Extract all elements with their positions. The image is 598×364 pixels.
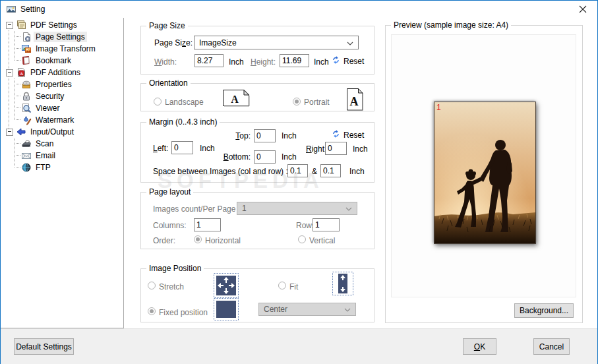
tree-item-ftp[interactable]: FTP [1, 162, 123, 173]
page-size-value: ImageSize [199, 38, 347, 47]
tree-connector [15, 96, 20, 97]
lock-icon [21, 91, 32, 102]
images-icon [21, 44, 32, 54]
reset-icon [331, 55, 341, 67]
margin-right-unit: Inch [353, 144, 368, 154]
watermark-pen-icon [21, 115, 32, 125]
title-bar: Setting [1, 1, 597, 18]
tree-connector [15, 60, 20, 61]
chevron-down-icon [344, 305, 351, 314]
reset-label: Reset [344, 57, 364, 66]
tree-connector [15, 155, 20, 156]
tree-item-email[interactable]: Email [1, 150, 123, 162]
space-row-input[interactable] [320, 164, 341, 177]
page-size-select[interactable]: ImageSize [194, 36, 359, 49]
collapse-toggle-icon[interactable] [6, 22, 13, 29]
default-settings-button[interactable]: Default Settings [14, 338, 74, 355]
window-title: Setting [20, 5, 45, 14]
width-input[interactable] [194, 54, 224, 67]
background-button[interactable]: Background... [514, 303, 574, 318]
tree-item-pdf-settings[interactable]: PDF Settings [1, 19, 123, 31]
group-label: Page Size [146, 21, 188, 30]
preview-canvas: 1 [391, 34, 576, 297]
page-size-label: Page Size: [154, 38, 193, 47]
order-label: Order: [153, 236, 175, 245]
tree-connector [15, 107, 20, 109]
page-layout-group: Page layout Images count/Per Page 1 Colu… [140, 192, 374, 249]
margin-left-input[interactable] [171, 141, 193, 154]
fit-icon [332, 272, 353, 295]
book-icon [21, 55, 32, 66]
group-label: Page layout [146, 187, 193, 197]
tree-item-watermark[interactable]: Watermark [1, 114, 123, 126]
width-unit: Inch [229, 57, 244, 67]
cancel-button[interactable]: Cancel [533, 338, 570, 355]
margin-reset-button[interactable]: Reset [331, 129, 364, 140]
chevron-down-icon [345, 204, 352, 213]
settings-tree-panel: PDF SettingsPage SettingsImage Transform… [1, 18, 124, 328]
footer-bar: Default Settings OK Cancel [1, 328, 597, 364]
tree-item-page-settings[interactable]: Page Settings [1, 31, 123, 43]
vertical-radio [298, 235, 306, 243]
height-input[interactable] [280, 54, 309, 67]
tree-connector [15, 84, 20, 85]
margin-right-input[interactable] [325, 142, 347, 155]
tree-item-label: Watermark [34, 115, 76, 125]
margin-right-label: Right: [306, 144, 326, 154]
scanner-icon [21, 138, 32, 149]
margin-top-unit: Inch [282, 131, 297, 140]
fit-label: Fit [289, 282, 298, 291]
margin-bottom-input[interactable] [254, 150, 276, 164]
tree-item-scan[interactable]: Scan [1, 138, 123, 150]
svg-text:A: A [350, 95, 359, 108]
margin-left-label: Left: [153, 144, 168, 153]
page-size-reset-button[interactable]: Reset [331, 55, 364, 67]
tree-item-label: PDF Settings [28, 20, 79, 30]
page-number-label: 1 [436, 103, 441, 112]
tree-connector [15, 119, 20, 121]
tree-item-label: Bookmark [34, 55, 73, 66]
page-size-group: Page Size Page Size: ImageSize Width: In… [140, 26, 374, 75]
tree-item-security[interactable]: Security [1, 90, 123, 102]
tree-item-input-output[interactable]: Input/Output [1, 126, 123, 138]
magnifier-icon [21, 103, 32, 113]
margin-bottom-unit: Inch [282, 152, 297, 162]
globe-icon [21, 162, 32, 173]
columns-input[interactable] [194, 218, 221, 231]
margin-top-label: Top: [222, 131, 251, 140]
fixed-position-radio [148, 307, 156, 315]
ok-button[interactable]: OK [463, 338, 496, 355]
tree-item-bookmark[interactable]: Bookmark [1, 55, 123, 67]
tree-item-label: Viewer [34, 103, 61, 113]
tree-item-image-transform[interactable]: Image Transform [1, 43, 123, 55]
tree-item-viewer[interactable]: Viewer [1, 102, 123, 114]
tree-item-label: Scan [34, 138, 55, 149]
horizontal-radio [194, 235, 202, 243]
rows-input[interactable] [313, 218, 340, 231]
tree-item-pdf-additions[interactable]: APDF Additions [1, 67, 123, 78]
collapse-toggle-icon[interactable] [6, 69, 13, 76]
landscape-page-icon: A [222, 89, 250, 107]
group-label: Preview (sample image size: A4) [391, 20, 511, 30]
stretch-label: Stretch [159, 282, 184, 291]
space-between-label: Space between Images (col and row) : [153, 167, 288, 176]
tree-item-label: Input/Output [28, 127, 76, 137]
pdf-file-icon: A [16, 67, 26, 78]
images-count-label: Images count/Per Page [153, 204, 235, 214]
close-icon[interactable] [568, 1, 597, 18]
picture-icon [6, 4, 16, 15]
tree-connector [15, 48, 20, 49]
space-col-input[interactable] [287, 164, 308, 177]
tree-item-label: Email [34, 150, 57, 161]
tree-item-properties[interactable]: Properties [1, 78, 123, 90]
tree-connector [15, 167, 20, 168]
margin-top-input[interactable] [254, 129, 276, 142]
portrait-radio [293, 98, 301, 106]
horizontal-label: Horizontal [205, 236, 241, 245]
collapse-toggle-icon[interactable] [6, 129, 13, 136]
page-gear-icon [21, 32, 32, 42]
tree-item-label: PDF Additions [28, 67, 82, 78]
position-value: Center [264, 305, 344, 314]
portrait-page-icon: A [346, 88, 364, 111]
space-ampersand: & [312, 167, 317, 176]
